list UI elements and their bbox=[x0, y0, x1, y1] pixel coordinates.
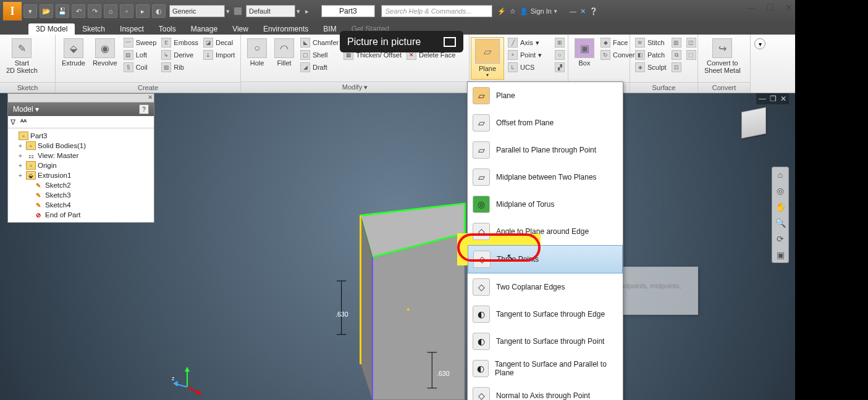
filter-icon[interactable]: ∇ bbox=[11, 118, 15, 127]
qat-home-icon[interactable]: ⌂ bbox=[104, 4, 117, 18]
tree-item[interactable]: +▫Origin bbox=[9, 160, 153, 170]
patch-button[interactable]: ◧Patch bbox=[634, 49, 668, 60]
tree-root[interactable]: ▫Part3 bbox=[9, 131, 153, 141]
browser-close-icon[interactable]: ✕ bbox=[148, 94, 153, 101]
exchange-x-icon[interactable]: ✕ bbox=[580, 7, 586, 15]
point-button[interactable]: ∘Point ▾ bbox=[507, 49, 543, 60]
draft-button[interactable]: ◢Draft bbox=[299, 62, 340, 73]
axis-button[interactable]: ╱Axis ▾ bbox=[507, 37, 543, 48]
emboss-button[interactable]: EEmboss bbox=[160, 37, 200, 48]
qat-material-icon[interactable]: ◐ bbox=[152, 4, 166, 18]
rib-button[interactable]: ▧Rib bbox=[160, 62, 200, 73]
tab-inspect[interactable]: Inspect bbox=[112, 23, 151, 35]
expander-icon[interactable]: + bbox=[17, 162, 24, 169]
tree-item[interactable]: ✎Sketch2 bbox=[9, 180, 153, 190]
nav-fullnav-icon[interactable]: ◎ bbox=[777, 186, 784, 196]
import-button[interactable]: ⤓Import bbox=[202, 49, 236, 60]
doc-restore-button[interactable]: ❐ bbox=[770, 94, 777, 103]
tree-item[interactable]: +▫Solid Bodies(1) bbox=[9, 141, 153, 151]
help-icon[interactable]: ❔ bbox=[589, 7, 598, 15]
qat-assembly-icon[interactable]: ▫ bbox=[120, 4, 133, 18]
browser-help-icon[interactable]: ? bbox=[139, 104, 149, 114]
menu-item-midplane-torus[interactable]: ◎Midplane of Torus bbox=[468, 191, 623, 218]
qat-undo-icon[interactable]: ↶ bbox=[72, 4, 85, 18]
surf-btn1[interactable]: ▥ bbox=[670, 37, 683, 48]
qat-save-icon[interactable]: 💾 bbox=[56, 4, 69, 18]
surf-btn5[interactable]: ⬚ bbox=[685, 49, 697, 60]
convert-sheetmetal-button[interactable]: ↪Convert toSheet Metal bbox=[702, 37, 743, 75]
subscription-star-icon[interactable]: ⚡ bbox=[497, 7, 506, 15]
nav-lookat-icon[interactable]: ▣ bbox=[777, 250, 785, 260]
tree-item[interactable]: ⊘End of Part bbox=[9, 210, 153, 220]
shell-button[interactable]: ▢Shell bbox=[299, 49, 340, 60]
favorite-star-icon[interactable]: ☆ bbox=[510, 7, 516, 15]
menu-item-three-points[interactable]: ◇Three Points ↖ bbox=[468, 245, 623, 273]
stitch-button[interactable]: ≋Stitch bbox=[634, 37, 668, 48]
rect-pattern-button[interactable]: ⊞ bbox=[554, 37, 566, 48]
sign-in-button[interactable]: 👤Sign In▾ bbox=[520, 7, 557, 15]
app-logo[interactable]: I bbox=[2, 1, 22, 21]
circ-pattern-button[interactable]: ○ bbox=[554, 49, 566, 60]
hole-button[interactable]: ○Hole bbox=[245, 37, 269, 68]
menu-item-tangent-point[interactable]: ◐Tangent to Surface through Point bbox=[468, 328, 623, 355]
nav-orbit-icon[interactable]: ⟳ bbox=[777, 234, 784, 244]
tree-item[interactable]: ✎Sketch3 bbox=[9, 190, 153, 200]
qat-chevron-icon[interactable]: ▸ bbox=[305, 7, 309, 15]
tree-item[interactable]: +⬙Extrusion1 bbox=[9, 170, 153, 180]
loft-button[interactable]: ▤Loft bbox=[122, 49, 158, 60]
tab-3d-model[interactable]: 3D Model bbox=[28, 23, 75, 35]
expander-icon[interactable]: + bbox=[17, 143, 24, 149]
surf-btn2[interactable]: ⧉ bbox=[670, 49, 683, 60]
appearance-combo[interactable]: Default bbox=[246, 5, 295, 17]
tab-view[interactable]: View bbox=[225, 23, 256, 35]
browser-header-bar[interactable]: ✕ bbox=[8, 94, 154, 102]
doc-close-button[interactable]: ✕ bbox=[780, 94, 786, 103]
search-input[interactable]: Search Help & Commands... bbox=[381, 5, 492, 17]
mirror-button[interactable]: ▞ bbox=[554, 62, 566, 73]
view-cube[interactable] bbox=[739, 109, 773, 142]
tree-item[interactable]: ✎Sketch4 bbox=[9, 200, 153, 210]
chamfer-button[interactable]: ◣Chamfer bbox=[299, 37, 340, 48]
sweep-button[interactable]: 〰Sweep bbox=[122, 37, 158, 48]
revolve-button[interactable]: ◉Revolve bbox=[90, 37, 120, 68]
ucs-button[interactable]: LUCS bbox=[507, 62, 543, 73]
axis-triad[interactable]: z bbox=[172, 365, 203, 396]
plane-dropdown-button[interactable]: ▱Plane▾ bbox=[471, 37, 504, 80]
appearance-swatch-icon[interactable] bbox=[234, 7, 242, 15]
picture-in-picture-overlay[interactable]: Picture in picture bbox=[340, 31, 463, 52]
maximize-button[interactable]: ☐ bbox=[766, 2, 774, 12]
nav-home-icon[interactable]: ⌂ bbox=[778, 170, 783, 180]
nav-zoom-icon[interactable]: 🔍 bbox=[775, 218, 786, 228]
expander-icon[interactable]: + bbox=[17, 152, 24, 159]
minimize-button[interactable]: — bbox=[746, 2, 755, 12]
qat-open-icon[interactable]: 📂 bbox=[40, 4, 53, 18]
menu-item-offset-from-plane[interactable]: ▱Offset from Plane bbox=[468, 109, 623, 136]
tab-environments[interactable]: Environments bbox=[256, 23, 316, 35]
sculpt-button[interactable]: ◈Sculpt bbox=[634, 62, 668, 73]
qat-select-icon[interactable]: ▸ bbox=[136, 4, 150, 18]
tree-item[interactable]: +⚏View: Master bbox=[9, 151, 153, 160]
menu-item-tangent-parallel[interactable]: ◐Tangent to Surface and Parallel to Plan… bbox=[468, 355, 623, 382]
surf-btn3[interactable]: ⊡ bbox=[670, 62, 683, 73]
menu-item-plane[interactable]: ▱Plane bbox=[468, 82, 623, 109]
surf-btn4[interactable]: ◫ bbox=[685, 37, 697, 48]
document-tab[interactable]: Part3 bbox=[321, 5, 375, 17]
fillet-button[interactable]: ◠Fillet bbox=[272, 37, 297, 68]
derive-button[interactable]: ↳Derive bbox=[160, 49, 200, 60]
close-button[interactable]: ✕ bbox=[785, 2, 793, 12]
tab-sketch[interactable]: Sketch bbox=[75, 23, 112, 35]
menu-item-tangent-edge[interactable]: ◐Tangent to Surface through Edge bbox=[468, 301, 623, 328]
menu-item-normal-axis-point[interactable]: ◇Normal to Axis through Point bbox=[468, 382, 623, 400]
decal-button[interactable]: ◪Decal bbox=[202, 37, 236, 48]
ribbon-collapse-button[interactable]: ▾ bbox=[751, 35, 769, 93]
qat-redo-icon[interactable]: ↷ bbox=[88, 4, 101, 18]
material-combo[interactable]: Generic bbox=[169, 5, 225, 17]
tab-tools[interactable]: Tools bbox=[151, 23, 183, 35]
qat-new-icon[interactable]: ▾ bbox=[23, 4, 37, 18]
menu-item-two-coplanar-edges[interactable]: ◇Two Coplanar Edges bbox=[468, 273, 623, 301]
extrude-button[interactable]: ⬙Extrude bbox=[59, 37, 88, 68]
menu-item-midplane-two-planes[interactable]: ▱Midplane between Two Planes bbox=[468, 164, 623, 191]
menu-item-parallel-through-point[interactable]: ▱Parallel to Plane through Point bbox=[468, 136, 623, 164]
menu-item-angle-edge[interactable]: ◇Angle to Plane around Edge bbox=[468, 218, 623, 245]
nav-pan-icon[interactable]: ✋ bbox=[775, 202, 786, 212]
